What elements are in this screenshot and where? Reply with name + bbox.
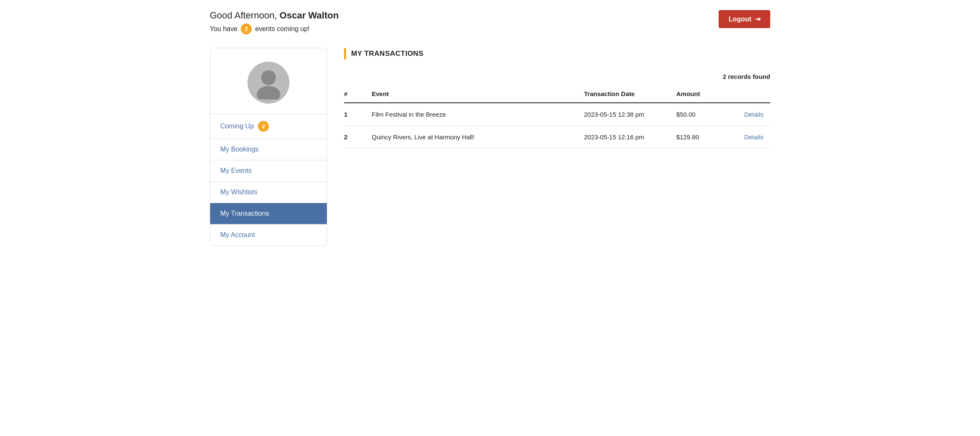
- events-suffix: events coming up!: [255, 25, 310, 33]
- row-details-cell: Details: [728, 126, 770, 149]
- user-name: Oscar Walton: [279, 10, 339, 21]
- transactions-tbody: 1 Film Festival in the Breeze 2023-05-15…: [344, 103, 770, 149]
- greeting-text: Good Afternoon, Oscar Walton: [210, 10, 339, 21]
- main-layout: Coming Up 2 My Bookings My Events My Wis…: [210, 48, 770, 246]
- page-wrapper: Good Afternoon, Oscar Walton You have 2 …: [196, 0, 784, 256]
- svg-point-1: [257, 86, 280, 99]
- col-header-actions: [728, 85, 770, 103]
- events-prefix: You have: [210, 25, 237, 33]
- header: Good Afternoon, Oscar Walton You have 2 …: [210, 10, 770, 34]
- sidebar-avatar-section: [210, 48, 327, 114]
- svg-point-0: [261, 70, 276, 85]
- row-amount: $129.80: [670, 126, 728, 149]
- sidebar-nav: Coming Up 2 My Bookings My Events My Wis…: [210, 114, 327, 245]
- records-count: 2 records found: [344, 73, 770, 80]
- sidebar-item-my-events-label: My Events: [220, 167, 252, 175]
- sidebar-item-my-transactions[interactable]: My Transactions: [210, 203, 327, 225]
- col-header-date: Transaction Date: [577, 85, 670, 103]
- sidebar-item-my-bookings[interactable]: My Bookings: [210, 139, 327, 160]
- table-header: # Event Transaction Date Amount: [344, 85, 770, 103]
- transactions-table: # Event Transaction Date Amount 1 Film F…: [344, 85, 770, 149]
- col-header-amount: Amount: [670, 85, 728, 103]
- avatar-icon: [252, 66, 285, 99]
- main-content: MY TRANSACTIONS 2 records found # Event …: [344, 48, 770, 149]
- section-title: MY TRANSACTIONS: [351, 50, 423, 58]
- row-amount: $50.00: [670, 103, 728, 126]
- row-num: 2: [344, 126, 365, 149]
- greeting-prefix: Good Afternoon,: [210, 10, 279, 21]
- row-details-cell: Details: [728, 103, 770, 126]
- details-link[interactable]: Details: [744, 111, 764, 118]
- logout-button[interactable]: Logout ⇥: [719, 10, 770, 28]
- avatar: [248, 62, 289, 104]
- header-subtext: You have 2 events coming up!: [210, 23, 339, 34]
- row-date: 2023-05-15 12:38 pm: [577, 103, 670, 126]
- row-date: 2023-05-15 12:16 pm: [577, 126, 670, 149]
- sidebar-item-my-events[interactable]: My Events: [210, 160, 327, 182]
- logout-icon: ⇥: [755, 15, 760, 23]
- sidebar-item-my-account-label: My Account: [220, 231, 255, 239]
- sidebar-item-coming-up[interactable]: Coming Up 2: [210, 114, 327, 139]
- sidebar-item-my-transactions-label: My Transactions: [220, 210, 269, 217]
- row-event: Film Festival in the Breeze: [365, 103, 577, 126]
- sidebar-item-my-account[interactable]: My Account: [210, 225, 327, 245]
- sidebar-item-my-wishlists[interactable]: My Wishlists: [210, 182, 327, 203]
- table-row: 1 Film Festival in the Breeze 2023-05-15…: [344, 103, 770, 126]
- sidebar-item-my-bookings-label: My Bookings: [220, 146, 259, 153]
- col-header-num: #: [344, 85, 365, 103]
- table-row: 2 Quincy Rivers, Live at Harmony Hall! 2…: [344, 126, 770, 149]
- details-link[interactable]: Details: [744, 133, 764, 141]
- section-title-accent: [344, 48, 346, 60]
- col-header-event: Event: [365, 85, 577, 103]
- row-event: Quincy Rivers, Live at Harmony Hall!: [365, 126, 577, 149]
- logout-label: Logout: [729, 16, 751, 23]
- coming-up-badge: 2: [258, 121, 269, 132]
- sidebar-item-my-wishlists-label: My Wishlists: [220, 188, 258, 196]
- header-left: Good Afternoon, Oscar Walton You have 2 …: [210, 10, 339, 34]
- events-count-badge: 2: [241, 23, 252, 34]
- row-num: 1: [344, 103, 365, 126]
- sidebar: Coming Up 2 My Bookings My Events My Wis…: [210, 48, 327, 246]
- section-title-bar: MY TRANSACTIONS: [344, 48, 770, 60]
- sidebar-item-coming-up-label: Coming Up: [220, 123, 254, 130]
